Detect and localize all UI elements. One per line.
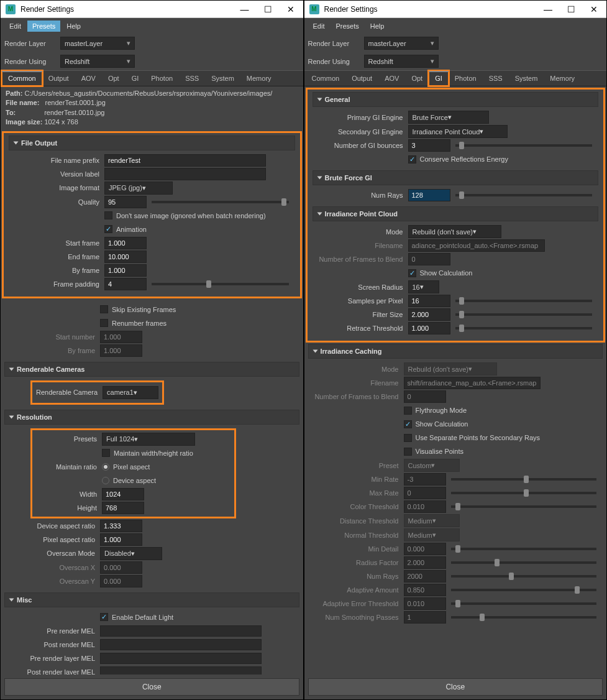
menu-edit[interactable]: Edit — [308, 21, 330, 32]
ipc-filter-input[interactable] — [408, 308, 450, 321]
ic-mode-select: Rebuild (don't save)▾ — [404, 362, 497, 375]
tab-gi[interactable]: GI — [429, 71, 449, 86]
tab-opt[interactable]: Opt — [102, 71, 126, 86]
frame-padding-slider[interactable] — [152, 283, 289, 285]
disclosure-icon — [317, 177, 322, 180]
presets-select[interactable]: Full 1024▾ — [102, 433, 195, 446]
conserve-checkbox[interactable] — [408, 155, 416, 163]
pre-render-mel-input[interactable] — [100, 625, 262, 637]
tab-photon[interactable]: Photon — [145, 71, 179, 86]
pixel-aspect-input[interactable] — [100, 533, 142, 546]
version-label-input[interactable] — [104, 168, 266, 180]
device-aspect-input[interactable] — [100, 520, 142, 532]
renumber-checkbox[interactable] — [100, 319, 108, 327]
gi-bounces-slider[interactable] — [455, 144, 593, 147]
tab-output[interactable]: Output — [345, 71, 378, 86]
tab-memory[interactable]: Memory — [544, 71, 581, 86]
file-output-header[interactable]: File Output — [9, 136, 295, 150]
image-format-select[interactable]: JPEG (jpg)▾ — [104, 182, 173, 195]
enable-default-light-checkbox[interactable] — [100, 613, 108, 621]
post-render-mel-input[interactable] — [100, 639, 262, 650]
menu-help[interactable]: Help — [365, 21, 390, 32]
maya-icon: M — [6, 4, 16, 14]
quality-slider[interactable] — [152, 201, 289, 203]
minimize-button[interactable]: — — [540, 4, 556, 14]
ipc-filter-slider[interactable] — [455, 313, 593, 316]
resolution-header[interactable]: Resolution — [4, 410, 299, 425]
close-button[interactable]: Close — [4, 678, 299, 696]
ic-smooth-slider — [451, 616, 597, 619]
disclosure-icon — [9, 598, 14, 601]
chevron-down-icon: ▾ — [431, 57, 434, 65]
start-frame-input[interactable] — [104, 237, 147, 249]
menu-help[interactable]: Help — [62, 21, 86, 32]
close-button[interactable]: ✕ — [586, 4, 601, 14]
minimize-button[interactable]: — — [237, 4, 253, 14]
renderable-cameras-header[interactable]: Renderable Cameras — [4, 362, 299, 377]
by-frame-input[interactable] — [104, 264, 147, 277]
tab-gi[interactable]: GI — [126, 71, 145, 86]
skip-existing-checkbox[interactable] — [100, 305, 108, 313]
render-using-label: Render Using — [4, 58, 57, 65]
maintain-wh-checkbox[interactable] — [102, 449, 110, 457]
height-input[interactable] — [102, 502, 144, 514]
ipc-retrace-input[interactable] — [408, 322, 450, 334]
ic-adapt-amt-input — [404, 584, 446, 596]
maximize-button[interactable]: ☐ — [564, 4, 579, 14]
quality-input[interactable] — [104, 196, 147, 208]
primary-gi-select[interactable]: Brute Force▾ — [408, 111, 489, 124]
brute-force-header[interactable]: Brute Force GI — [313, 170, 599, 185]
device-aspect-radio[interactable] — [102, 477, 109, 484]
close-button[interactable]: ✕ — [283, 4, 298, 14]
tab-common[interactable]: Common — [2, 71, 42, 86]
gi-bounces-input[interactable] — [408, 139, 450, 152]
window-title: Render Settings — [324, 5, 541, 14]
bf-num-rays-slider[interactable] — [455, 194, 593, 196]
tab-opt[interactable]: Opt — [405, 71, 429, 86]
close-button[interactable]: Close — [308, 678, 603, 696]
file-name-prefix-input[interactable] — [104, 154, 266, 167]
tab-common[interactable]: Common — [306, 71, 346, 86]
width-input[interactable] — [102, 488, 144, 500]
general-header[interactable]: General — [313, 92, 599, 107]
tab-aov[interactable]: AOV — [378, 71, 405, 86]
render-layer-select[interactable]: masterLayer▾ — [60, 37, 135, 50]
tab-sss[interactable]: SSS — [483, 71, 509, 86]
frame-padding-input[interactable] — [104, 278, 147, 290]
secondary-gi-select[interactable]: Irradiance Point Cloud▾ — [408, 125, 508, 138]
animation-checkbox[interactable] — [104, 225, 112, 233]
ipc-mode-select[interactable]: Rebuild (don't save)▾ — [408, 225, 501, 238]
render-using-label: Render Using — [308, 58, 360, 65]
render-layer-select[interactable]: masterLayer▾ — [364, 37, 439, 50]
ipc-samples-input[interactable] — [408, 295, 450, 307]
tab-system[interactable]: System — [509, 71, 544, 86]
tab-photon[interactable]: Photon — [449, 71, 483, 86]
render-using-select[interactable]: Redshift▾ — [364, 55, 439, 68]
ic-header[interactable]: Irradiance Caching — [308, 344, 603, 359]
bf-num-rays-input[interactable] — [408, 189, 450, 201]
dont-save-checkbox[interactable] — [104, 211, 112, 219]
render-using-select[interactable]: Redshift▾ — [60, 55, 135, 68]
ipc-header[interactable]: Irradiance Point Cloud — [313, 206, 599, 221]
misc-header[interactable]: Misc — [4, 592, 299, 607]
ipc-screen-radius-select[interactable]: 16▾ — [408, 280, 439, 293]
tab-sss[interactable]: SSS — [179, 71, 205, 86]
menu-presets[interactable]: Presets — [331, 21, 363, 32]
ipc-retrace-slider[interactable] — [455, 327, 593, 329]
tab-aov[interactable]: AOV — [75, 71, 102, 86]
overscan-mode-select[interactable]: Disabled▾ — [100, 547, 162, 560]
renderable-camera-select[interactable]: camera1▾ — [103, 386, 158, 399]
pixel-aspect-radio[interactable] — [102, 463, 109, 471]
menu-edit[interactable]: Edit — [4, 21, 26, 32]
menu-presets[interactable]: Presets — [27, 21, 60, 32]
ipc-samples-slider[interactable] — [455, 300, 593, 302]
titlebar: M Render Settings — ☐ ✕ — [1, 1, 303, 18]
maximize-button[interactable]: ☐ — [260, 4, 276, 14]
pre-render-layer-mel-input[interactable] — [100, 653, 262, 664]
tab-output[interactable]: Output — [42, 71, 75, 86]
ipc-show-calc-checkbox[interactable] — [408, 269, 416, 277]
tab-system[interactable]: System — [205, 71, 240, 86]
end-frame-input[interactable] — [104, 251, 147, 263]
post-render-layer-mel-input[interactable] — [100, 666, 262, 675]
tab-memory[interactable]: Memory — [240, 71, 278, 86]
